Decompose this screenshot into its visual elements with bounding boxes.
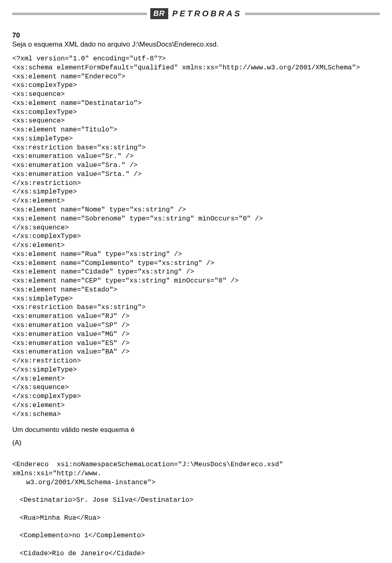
code-line: <Endereco xsi:noNamespaceSchemaLocation=… <box>12 461 291 477</box>
code-line: w3.org/2001/XMLSchema-instance"> <box>12 478 380 487</box>
question-intro: Seja o esquema XML dado no arquivo J:\Me… <box>12 40 380 49</box>
code-line: <Rua>Minha Rua</Rua> <box>12 514 380 523</box>
question-prompt: Um documento válido neste esquema é <box>12 426 380 434</box>
logo-block: BR PETROBRAS <box>147 8 245 19</box>
header-rule-left <box>12 13 147 15</box>
logo-text: PETROBRAS <box>172 9 242 18</box>
logo-br-icon: BR <box>150 8 168 19</box>
option-a-label: (A) <box>12 439 380 447</box>
option-a-code: <Endereco xsi:noNamespaceSchemaLocation=… <box>12 451 380 563</box>
question-number: 70 <box>12 31 380 40</box>
xml-schema-code: <?xml version="1.0" encoding="utf-8"?> <… <box>12 54 380 418</box>
page-header: BR PETROBRAS <box>12 8 380 19</box>
header-rule-right <box>245 13 380 15</box>
code-line: <Complemento>no 1</Complemento> <box>12 531 380 540</box>
code-line: <Cidade>Rio de Janeiro</Cidade> <box>12 549 380 558</box>
code-line: <Destinatario>Sr. Jose Silva</Destinatar… <box>12 496 380 505</box>
